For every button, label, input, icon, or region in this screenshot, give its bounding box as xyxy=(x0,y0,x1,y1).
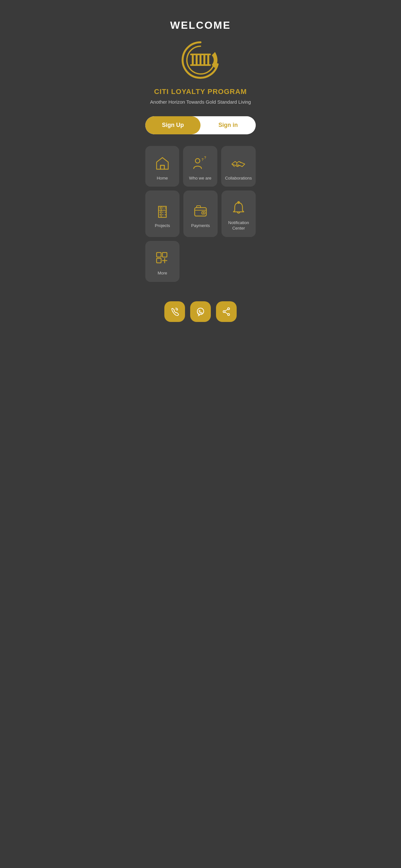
svg-rect-1 xyxy=(196,55,197,64)
signin-button[interactable]: Sign in xyxy=(201,116,256,134)
svg-text:?: ? xyxy=(202,158,204,161)
signup-button[interactable]: Sign Up xyxy=(145,116,201,134)
grid-item-who-we-are[interactable]: ? ? Who we are xyxy=(183,146,217,187)
grid-item-home[interactable]: Home xyxy=(145,146,179,187)
svg-line-38 xyxy=(225,312,227,314)
projects-label: Projects xyxy=(155,223,170,228)
svg-line-37 xyxy=(225,309,227,311)
svg-rect-0 xyxy=(192,55,194,64)
payments-label: Payments xyxy=(191,223,210,228)
bottom-actions xyxy=(164,295,237,322)
whatsapp-button[interactable] xyxy=(190,301,211,322)
collaborations-icon xyxy=(230,155,247,172)
svg-rect-14 xyxy=(159,207,161,209)
more-label: More xyxy=(158,271,167,276)
home-label: Home xyxy=(157,176,168,181)
home-icon xyxy=(154,155,171,172)
projects-icon xyxy=(154,203,171,219)
svg-rect-7 xyxy=(160,165,164,169)
grid-item-payments[interactable]: Payments xyxy=(183,190,218,237)
svg-rect-30 xyxy=(157,258,161,263)
svg-rect-29 xyxy=(162,252,167,257)
more-icon xyxy=(154,250,171,267)
grid-row-1: Home ? ? Who we are xyxy=(145,146,256,187)
grid-item-collaborations[interactable]: Collaborations xyxy=(221,146,256,187)
auth-toggle: Sign Up Sign in xyxy=(145,116,256,134)
svg-rect-2 xyxy=(199,55,202,64)
svg-rect-5 xyxy=(190,64,211,66)
grid-item-notification-center[interactable]: Notification Center xyxy=(221,190,256,237)
collaborations-label: Collaborations xyxy=(225,176,252,181)
svg-point-8 xyxy=(195,159,200,163)
notification-icon xyxy=(230,199,247,216)
svg-point-25 xyxy=(203,212,204,213)
who-we-are-label: Who we are xyxy=(189,176,211,181)
svg-rect-18 xyxy=(159,214,161,215)
svg-rect-19 xyxy=(162,212,163,213)
grid-row-2: Projects Payments xyxy=(145,190,256,237)
grid-item-projects[interactable]: Projects xyxy=(145,190,180,237)
svg-rect-28 xyxy=(157,252,161,257)
grid-item-more[interactable]: More xyxy=(145,241,180,282)
share-button[interactable] xyxy=(216,301,237,322)
app-tagline: Another Horizon Towards Gold Standard Li… xyxy=(150,98,251,106)
svg-rect-22 xyxy=(165,214,166,215)
welcome-title: WELCOME xyxy=(170,20,231,31)
svg-rect-17 xyxy=(159,212,161,213)
payments-icon xyxy=(192,203,209,219)
who-we-are-icon: ? ? xyxy=(192,155,209,172)
svg-rect-15 xyxy=(162,207,163,209)
grid-row-3: More xyxy=(145,241,256,282)
svg-rect-3 xyxy=(204,55,205,64)
svg-rect-21 xyxy=(162,214,163,215)
svg-rect-6 xyxy=(190,54,211,55)
call-button[interactable] xyxy=(164,301,185,322)
svg-rect-4 xyxy=(207,55,209,64)
app-name: CITI LOYALTY PROGRAM xyxy=(154,88,247,96)
svg-text:?: ? xyxy=(204,156,206,159)
svg-rect-16 xyxy=(165,207,166,209)
svg-rect-20 xyxy=(165,212,166,213)
notification-label: Notification Center xyxy=(225,220,252,231)
phone-container: WELCOME CITI LOYALTY PROGRAM Another Hor… xyxy=(137,0,264,335)
app-logo xyxy=(180,39,221,81)
